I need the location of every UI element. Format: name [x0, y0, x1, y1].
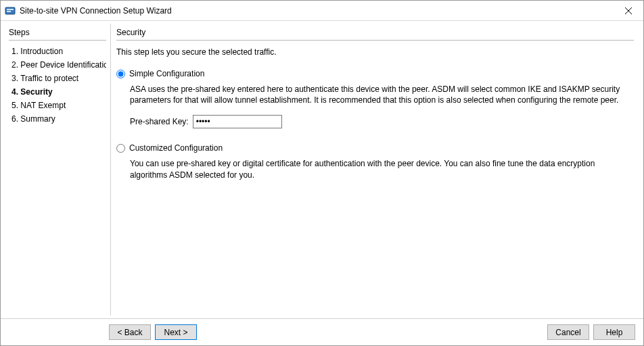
wizard-body: Steps 1. Introduction 2. Peer Device Ide… — [1, 21, 643, 318]
step-introduction[interactable]: 1. Introduction — [9, 45, 106, 58]
steps-sidebar: Steps 1. Introduction 2. Peer Device Ide… — [1, 21, 110, 318]
custom-config-desc: You can use pre-shared key or digital ce… — [130, 158, 634, 180]
title-bar: Site-to-site VPN Connection Setup Wizard — [1, 1, 643, 21]
psk-row: Pre-shared Key: — [130, 115, 634, 128]
svg-rect-1 — [7, 9, 14, 10]
steps-header: Steps — [9, 28, 106, 41]
app-icon — [5, 5, 16, 16]
psk-label: Pre-shared Key: — [130, 117, 189, 126]
simple-config-label: Simple Configuration — [129, 69, 204, 78]
svg-rect-2 — [7, 11, 11, 12]
custom-config-radio[interactable] — [116, 144, 125, 153]
step-security[interactable]: 4. Security — [9, 85, 106, 99]
simple-config-desc: ASA uses the pre-shared key entered here… — [130, 84, 634, 105]
close-icon — [625, 7, 632, 14]
step-traffic[interactable]: 3. Traffic to protect — [9, 72, 106, 85]
content-pane: Security This step lets you secure the s… — [111, 21, 643, 318]
cancel-button[interactable]: Cancel — [547, 324, 589, 340]
simple-config-radio[interactable] — [116, 70, 125, 78]
step-peer-device[interactable]: 2. Peer Device Identificatio — [9, 58, 106, 72]
wizard-window: Site-to-site VPN Connection Setup Wizard… — [0, 0, 644, 346]
step-summary[interactable]: 6. Summary — [9, 112, 106, 126]
help-button[interactable]: Help — [593, 324, 635, 340]
content-intro: This step lets you secure the selected t… — [116, 47, 634, 57]
content-header: Security — [116, 28, 634, 41]
close-button[interactable] — [613, 1, 643, 20]
next-button[interactable]: Next > — [155, 324, 197, 340]
custom-config-option[interactable]: Customized Configuration — [116, 143, 634, 153]
back-button[interactable]: < Back — [109, 324, 151, 340]
window-title: Site-to-site VPN Connection Setup Wizard — [20, 6, 613, 16]
custom-config-label: Customized Configuration — [129, 143, 223, 153]
wizard-footer: < Back Next > Cancel Help — [1, 318, 643, 345]
psk-input[interactable] — [193, 115, 282, 128]
step-nat-exempt[interactable]: 5. NAT Exempt — [9, 99, 106, 112]
simple-config-option[interactable]: Simple Configuration — [116, 69, 634, 78]
